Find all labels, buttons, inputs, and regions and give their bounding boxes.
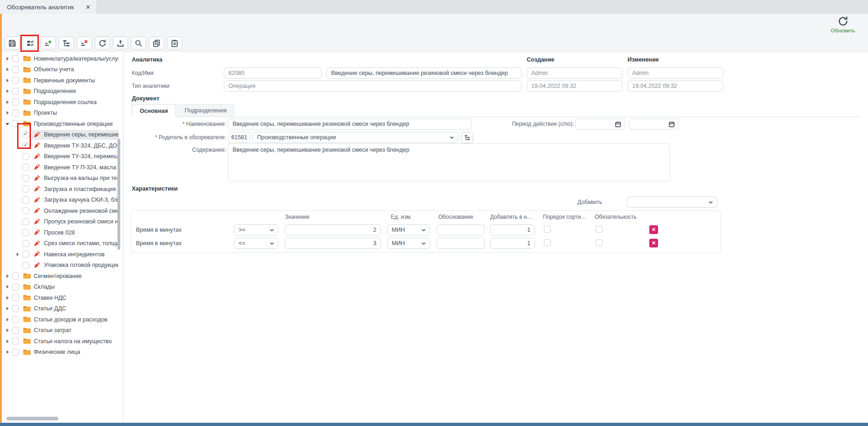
tree-checkbox[interactable]	[12, 88, 19, 95]
tree-item[interactable]: Подразделения	[2, 86, 118, 97]
tree-item[interactable]: Статьи ДДС	[2, 303, 118, 315]
expander-icon[interactable]	[6, 122, 10, 126]
tree-checkbox[interactable]	[12, 120, 19, 127]
tree-item[interactable]: Просев 028	[2, 227, 118, 238]
tree-item[interactable]: Пропуск резиновой смеси на вал	[2, 216, 118, 228]
copy-button[interactable]	[149, 37, 164, 49]
period-to-input[interactable]	[629, 118, 679, 130]
tab-analytics-explorer[interactable]: Обозреватель аналитик ✕	[0, 0, 96, 14]
add-number-input[interactable]	[490, 224, 535, 235]
required-checkbox[interactable]	[596, 239, 603, 246]
tree-item[interactable]: Загрузка каучука СКИ-3, б/ведро	[2, 195, 118, 206]
tree-checkbox[interactable]	[22, 251, 29, 258]
tree-checkbox[interactable]	[22, 197, 29, 204]
value-input[interactable]	[285, 224, 381, 235]
tree-checkbox[interactable]	[12, 305, 19, 312]
expander-icon[interactable]	[6, 328, 10, 333]
delete-item-button[interactable]	[77, 37, 92, 49]
tree-checkbox[interactable]	[12, 327, 19, 334]
tree-item[interactable]: Номенклатура/материалы/услуги	[2, 53, 118, 64]
expander-icon[interactable]	[6, 89, 10, 93]
tree-checkbox[interactable]	[12, 316, 19, 323]
tree-item[interactable]: Охлаждение резиновой смеси на	[2, 205, 118, 216]
tree-horizontal-scrollbar[interactable]	[6, 417, 58, 420]
sort-order-checkbox[interactable]	[544, 239, 551, 246]
tree-checkbox[interactable]	[22, 207, 29, 214]
expander-icon[interactable]	[6, 78, 10, 83]
tab-departments[interactable]: Подразделения	[177, 104, 234, 117]
tree-item[interactable]: Срез смеси листами, толщиной д	[2, 238, 118, 249]
justification-input[interactable]	[437, 238, 485, 249]
tree-checkbox[interactable]	[12, 110, 19, 117]
tree-checkbox[interactable]	[22, 153, 29, 160]
tree-item[interactable]: Производственные операции	[2, 118, 118, 130]
tree-checkbox[interactable]	[22, 142, 29, 149]
import-button[interactable]	[113, 37, 128, 49]
tree-item[interactable]: Статьи доходов и расходов	[2, 314, 118, 325]
tree-item[interactable]: Сегментирование	[2, 271, 118, 282]
code-input[interactable]	[224, 68, 322, 79]
tree-checkbox[interactable]	[22, 218, 29, 225]
tree-item[interactable]: Выгрузка на вальцы при темпера	[2, 173, 118, 184]
tree-checkbox[interactable]	[12, 99, 19, 105]
add-number-input[interactable]	[490, 238, 535, 249]
analytics-type-input[interactable]	[224, 80, 522, 92]
operator-select[interactable]: >=	[234, 224, 278, 235]
tree-item[interactable]: Подразделения ссылка	[2, 97, 118, 108]
tree-checkbox[interactable]	[12, 77, 19, 84]
tree-item[interactable]: Первичные документы	[2, 75, 118, 86]
tree-vertical-scrollbar[interactable]	[117, 139, 120, 250]
required-checkbox[interactable]	[596, 226, 603, 233]
tree-checkbox[interactable]	[22, 185, 29, 192]
tree-checkbox[interactable]	[12, 349, 19, 356]
tree-item[interactable]: Введение серы, перемешивание резиновой с…	[2, 130, 118, 141]
search-button[interactable]	[131, 37, 146, 49]
tree-checkbox[interactable]	[12, 66, 19, 73]
expander-icon[interactable]	[6, 350, 10, 354]
created-by-input[interactable]	[527, 68, 622, 79]
expander-icon[interactable]	[6, 100, 10, 105]
tree-checkbox[interactable]	[22, 240, 29, 247]
parent-select[interactable]: Производственные операции	[252, 132, 458, 143]
tree-item[interactable]: Загрузка и пластификация каучук	[2, 184, 118, 195]
add-characteristic-select[interactable]	[627, 197, 717, 208]
tree-item[interactable]: Введение ТУ-324, перемешивание	[2, 151, 118, 162]
expander-icon[interactable]	[6, 111, 10, 115]
document-name-input[interactable]	[228, 118, 471, 130]
tree-checkbox[interactable]	[22, 229, 29, 236]
check-list-button[interactable]	[23, 37, 38, 49]
tree-checkbox[interactable]	[22, 131, 29, 138]
analytics-name-input[interactable]	[326, 68, 522, 79]
created-at-input[interactable]	[527, 80, 622, 92]
expander-icon[interactable]	[6, 284, 10, 289]
delete-row-button[interactable]: ✕	[649, 225, 658, 234]
tree-checkbox[interactable]	[12, 284, 19, 290]
justification-input[interactable]	[437, 224, 485, 235]
value-input[interactable]	[285, 238, 381, 249]
delete-row-button[interactable]: ✕	[649, 239, 658, 247]
tree-item[interactable]: Статьи затрат	[2, 325, 118, 336]
tab-main[interactable]: Основная	[132, 104, 176, 117]
tree-checkbox[interactable]	[22, 262, 29, 269]
refresh-tree-button[interactable]	[95, 37, 110, 49]
refresh-button[interactable]: Обновить	[825, 15, 861, 33]
expander-icon[interactable]	[6, 317, 10, 322]
tree-item[interactable]: Навеска ингредиентов	[2, 249, 118, 260]
period-from-input[interactable]	[575, 118, 625, 130]
tree-checkbox[interactable]	[12, 338, 19, 345]
paste-button[interactable]	[167, 37, 182, 49]
expander-icon[interactable]	[6, 296, 10, 300]
tree-item[interactable]: Проекты	[2, 108, 118, 119]
unit-select[interactable]: МИН	[387, 224, 430, 235]
tree-item[interactable]: Упаковка готовой продукции	[2, 260, 118, 271]
tree-checkbox[interactable]	[22, 164, 29, 171]
expander-icon[interactable]	[16, 252, 20, 257]
expander-icon[interactable]	[6, 306, 10, 311]
parent-code-input[interactable]	[228, 132, 250, 143]
tree-item[interactable]: Статьи налога на имущество	[2, 336, 118, 347]
tree-item[interactable]: Физические лица	[2, 347, 118, 358]
expander-icon[interactable]	[6, 274, 10, 278]
save-button[interactable]	[5, 37, 20, 49]
close-icon[interactable]: ✕	[86, 4, 91, 11]
expander-icon[interactable]	[6, 56, 10, 61]
